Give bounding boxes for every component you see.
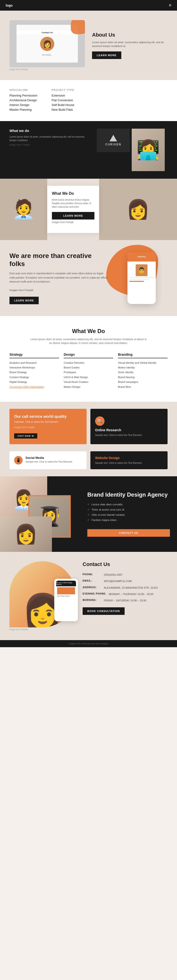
specialism-label: Specialism [10,89,38,91]
list-item: Planning Permission [10,94,38,97]
hero-content: About Us Lorem ipsum dolor sit amet, con… [92,32,167,59]
cards-section: Our call service world quality Vulputate… [0,402,177,451]
contact-phone-value: (555)(555)-4567 [104,573,123,577]
project-type-list: Extension Flat Conversion Self Build Hou… [52,94,74,111]
book-consultation-button[interactable]: BOOK CONSULTATION [83,607,124,615]
brand-images: 👩‍💼 👩‍🎓 👩 [0,476,80,552]
laptop-mockup: Contact Us form fields... [10,20,85,67]
services-grid: Strategy Analytics and Research Interact… [10,353,167,390]
specialism-list: Planning Permission Architectural Design… [10,94,38,111]
call-service-heading: Our call service world quality [14,414,82,419]
social-media-icon: 📱 [14,456,23,465]
call-service-credit: image from Freepik [14,426,82,429]
curixen-triangle-icon [110,135,117,142]
menu-icon[interactable]: ≡ [169,3,171,8]
social-media-card: 📱 Social Media Sample text. Click to sel… [10,451,87,469]
list-item: Visual Identity and Verbal Identity [118,361,167,365]
list-item: Digital Strategy [10,380,59,384]
call-service-cta-button[interactable]: VISIT NOW ≫ [14,433,37,439]
list-item: Content Strategy [10,375,59,379]
services-intro: Lorem ipsum dolor sit amet, consectetur … [30,337,148,345]
list-item: Master Planning [10,108,38,111]
list-item: ✓ Tortor at auctor urna nunc id. [87,508,170,511]
contact-hours-label: EVENING PHONE: [83,592,107,595]
hero-description: Lorem ipsum dolor sit amet, consectetur … [92,40,167,48]
list-item: Visual Asset Creation [64,380,113,384]
logo[interactable]: logo [6,3,13,7]
list-item: Sonic Identity [118,371,167,374]
contact-info: PHONE: (555)(555)-4567 EMAIL: INFO@EXAMP… [83,573,167,603]
list-item: Brand Naming [118,375,167,379]
phone-mockup-wrap: Planning 👨 [116,252,167,304]
wwd-image-dark: CURIXEN [97,129,130,152]
phone-content: 👨 [128,261,156,304]
services-heading: What We Do [10,328,167,334]
list-item: Architectural Design [10,99,38,102]
list-item: Interior Design [10,103,38,107]
strategy-list: Analytics and Research Interactive Works… [10,361,59,389]
brand-person-3-icon: 👩 [14,525,38,544]
social-media-description: Sample text. Click to select the Text El… [26,460,73,463]
creative-learn-more-button[interactable]: LEARN MORE [10,297,39,304]
branding-label: Branding [118,353,167,358]
hero-image-credit: image from Freepik [10,68,85,71]
conversion-rate-link[interactable]: Conversion-Rate Optimization [10,385,59,389]
contact-email-label: EMAIL: [83,579,102,582]
online-research-icon: 🔍 [95,416,105,426]
call-service-description: Vulputate. Click to select the Text Elem… [14,421,82,423]
specialism-column: Specialism Planning Permission Architect… [10,89,38,113]
list-item: ✓ Facilisis magna etiam. [87,518,170,522]
footer-note: Images 375 x 535 (use your own images) [0,640,177,647]
wwd-image-credit: image from Freepik [10,143,92,146]
strategy-label: Strategy [10,353,59,358]
check-icon: ✓ [87,508,90,511]
contact-section: 👩 We are a Web Design Agency Web Design … [0,552,177,640]
people-left-image: 🧑‍💼 [0,179,47,240]
list-item: Analytics and Research [10,361,59,365]
design-label: Design [64,353,113,358]
phone-header: Planning [128,252,156,261]
contact-morning-label: MORNING: [83,599,102,601]
brand-check-3: Odio ut enim blandit volutpat. [92,513,125,516]
people-card-description: Amet luctus senectus lectus magna fringi… [52,198,94,208]
contact-phone-label: We are a Web Design Agency [56,582,76,585]
project-type-label: Project type [52,89,74,91]
contact-phone-label-text: PHONE: [83,573,102,576]
list-item: Creative Direction [64,361,113,365]
online-research-description: Sample text. Click to select the Text El… [95,434,163,436]
brand-identity-section: 👩‍💼 👩‍🎓 👩 Brand Identity Design Agency ✓… [0,476,177,552]
contact-hours-row: EVENING PHONE: MONDAY – THURSDAY 10:00 –… [83,592,167,596]
orange-blob-decoration [71,20,85,34]
creative-section: We are more than creative folks Duis aut… [0,240,177,316]
list-item: Motion Identity [118,366,167,369]
wwd-image-person-1: 👩‍💻 [132,129,165,171]
brand-contact-button[interactable]: CONTACT US [87,529,170,537]
contact-address-label: ADDRESS: [83,586,102,589]
what-we-do-top-section: What we do Lorem ipsum dolor sit amet, c… [0,121,177,179]
contact-details: Contact Us PHONE: (555)(555)-4567 EMAIL:… [83,561,167,615]
branding-list: Visual Identity and Verbal Identity Moti… [118,361,167,389]
laptop-screen-header: Contact Us [16,30,78,35]
people-learn-more-button[interactable]: LEARN MORE [52,212,94,220]
design-column: Design Creative Direction Brand Guides P… [64,353,113,390]
brand-check-4: Facilisis magna etiam. [92,519,117,522]
footer-text: Images 375 x 535 (use your own images) [69,643,108,645]
brand-check-1: Lectus vitae diam convallis. [92,503,123,506]
contact-address-value: ALEXANDRIA, 23 WASHINGTON STR. 22103 [104,586,158,590]
laptop-screen: Contact Us form fields... [16,25,78,62]
branding-column: Branding Visual Identity and Verbal Iden… [118,353,167,390]
social-media-text: Social Media Sample text. Click to selec… [26,456,73,463]
online-research-card: 🔍 Online Research Sample text. Click to … [90,409,167,444]
call-service-card: Our call service world quality Vulputate… [10,409,87,444]
contact-morning-value: FRIDAY – SATURDAY 10:00 – 15:00 [104,599,146,602]
creative-image-credit: Images from Freepik [10,288,108,293]
brand-image-3: 👩 [0,516,52,552]
contact-email-row: EMAIL: INFO@EXAMPLE.COM [83,579,167,583]
hero-learn-more-button[interactable]: LEARN MORE [92,51,121,59]
website-design-card: Website Design Sample text. Click to sel… [90,451,167,469]
contact-image-credit: image from Freepik [10,628,75,631]
project-type-column: Project type Extension Flat Conversion S… [52,89,74,113]
list-item: Flat Conversion [52,99,74,102]
list-item: Interactive Workshops [10,366,59,369]
hero-image-wrap: Contact Us form fields... image from Fre… [10,20,85,71]
